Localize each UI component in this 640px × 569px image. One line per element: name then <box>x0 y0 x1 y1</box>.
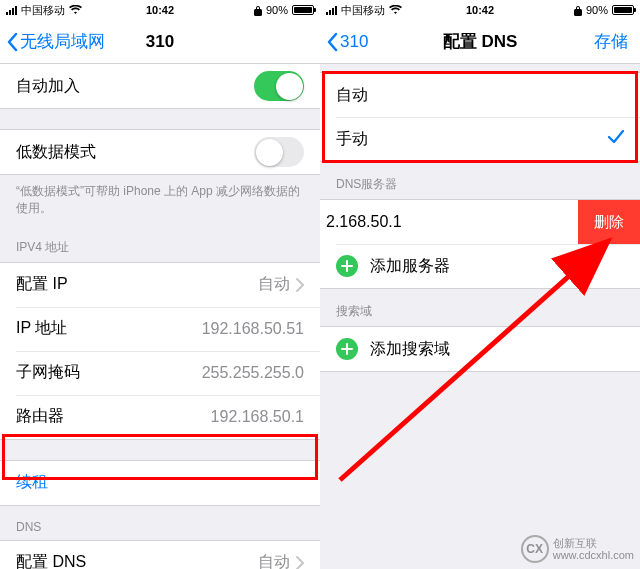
cell-value: 192.168.50.1 <box>211 408 304 426</box>
subnet-mask-row: 子网掩码 255.255.255.0 <box>0 351 320 395</box>
back-label: 无线局域网 <box>20 30 105 53</box>
plus-icon <box>336 255 358 277</box>
cell-value: 255.255.255.0 <box>202 364 304 382</box>
chevron-right-icon <box>296 278 304 292</box>
battery-icon <box>292 5 314 15</box>
cell-value: 自动 <box>258 552 290 569</box>
router-row: 路由器 192.168.50.1 <box>0 395 320 439</box>
cell-label: 子网掩码 <box>16 362 80 383</box>
delete-button[interactable]: 删除 <box>578 200 640 244</box>
chevron-right-icon <box>296 556 304 569</box>
status-time: 10:42 <box>0 4 320 16</box>
watermark-brand: 创新互联 <box>553 537 634 549</box>
nav-bar: 310 配置 DNS 存储 <box>320 20 640 64</box>
auto-join-label: 自动加入 <box>16 76 80 97</box>
add-server-label: 添加服务器 <box>370 256 450 277</box>
watermark-logo-icon: CX <box>521 535 549 563</box>
save-button[interactable]: 存储 <box>594 30 628 53</box>
chevron-left-icon <box>326 32 338 52</box>
watermark-site: www.cdcxhl.com <box>553 549 634 561</box>
add-server-row[interactable]: 添加服务器 <box>320 244 640 288</box>
nav-bar: 无线局域网 310 <box>0 20 320 64</box>
low-data-label: 低数据模式 <box>16 142 96 163</box>
cell-label: 手动 <box>336 129 368 150</box>
renew-lease-row[interactable]: 续租 <box>0 461 320 505</box>
configure-dns-row[interactable]: 配置 DNS 自动 <box>0 541 320 569</box>
ip-address-row: IP 地址 192.168.50.51 <box>0 307 320 351</box>
cell-value: 192.168.50.51 <box>202 320 304 338</box>
cell-label: 配置 IP <box>16 274 68 295</box>
cell-label: 配置 DNS <box>16 552 86 569</box>
cell-label: 路由器 <box>16 406 64 427</box>
back-label: 310 <box>340 32 368 52</box>
watermark: CX 创新互联 www.cdcxhl.com <box>521 535 634 563</box>
status-bar: 中国移动 10:42 90% <box>320 0 640 20</box>
page-title: 310 <box>146 32 174 52</box>
cell-value: 自动 <box>258 274 290 295</box>
dns-header: DNS <box>0 506 320 540</box>
back-button[interactable]: 310 <box>326 32 368 52</box>
dns-mode-auto-row[interactable]: 自动 <box>320 73 640 117</box>
status-time: 10:42 <box>320 4 640 16</box>
left-screenshot: 中国移动 10:42 90% 无线局域网 310 <box>0 0 320 569</box>
right-screenshot: 中国移动 10:42 90% 310 配置 DNS 存储 <box>320 0 640 569</box>
chevron-left-icon <box>6 32 18 52</box>
dns-mode-manual-row[interactable]: 手动 <box>320 117 640 161</box>
status-bar: 中国移动 10:42 90% <box>0 0 320 20</box>
ipv4-header: IPV4 地址 <box>0 225 320 262</box>
cell-label: 自动 <box>336 85 368 106</box>
auto-join-row: 自动加入 <box>0 64 320 108</box>
configure-ip-row[interactable]: 配置 IP 自动 <box>0 263 320 307</box>
page-title: 配置 DNS <box>443 30 518 53</box>
back-button[interactable]: 无线局域网 <box>6 30 105 53</box>
auto-join-switch[interactable] <box>254 71 304 101</box>
renew-label: 续租 <box>16 472 48 493</box>
plus-icon <box>336 338 358 360</box>
add-search-label: 添加搜索域 <box>370 339 450 360</box>
low-data-note: “低数据模式”可帮助 iPhone 上的 App 减少网络数据的使用。 <box>0 175 320 225</box>
dns-server-value: 2.168.50.1 <box>326 213 402 231</box>
battery-icon <box>612 5 634 15</box>
dns-servers-header: DNS服务器 <box>320 162 640 199</box>
search-domain-header: 搜索域 <box>320 289 640 326</box>
low-data-switch[interactable] <box>254 137 304 167</box>
dns-server-row[interactable]: 2.168.50.1 删除 <box>320 200 640 244</box>
cell-label: IP 地址 <box>16 318 67 339</box>
low-data-row: 低数据模式 <box>0 130 320 174</box>
checkmark-icon <box>608 130 624 148</box>
add-search-domain-row[interactable]: 添加搜索域 <box>320 327 640 371</box>
